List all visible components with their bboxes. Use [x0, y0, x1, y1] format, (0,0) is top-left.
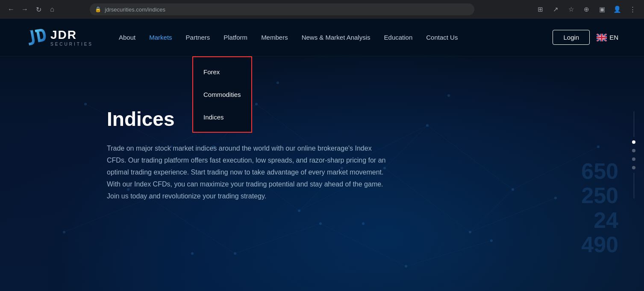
nav-item-members[interactable]: Members [261, 34, 288, 41]
svg-point-26 [512, 188, 514, 191]
browser-chrome: ← → ↻ ⌂ 🔒 jdrsecurities.com/indices ⊞ ↗ … [0, 0, 644, 19]
svg-line-13 [235, 224, 321, 253]
svg-point-32 [469, 231, 471, 233]
bookmark-button[interactable]: ☆ [565, 3, 577, 15]
svg-point-43 [191, 252, 194, 255]
svg-point-33 [554, 197, 557, 199]
svg-line-9 [385, 168, 470, 232]
dropdown-item-forex[interactable]: Forex [193, 61, 251, 83]
tab-button[interactable]: ▣ [596, 3, 608, 15]
nav-item-markets[interactable]: Markets [149, 34, 172, 41]
svg-point-34 [63, 231, 65, 233]
scroll-line-bottom [634, 173, 634, 198]
hero-body: Trade on major stock market indices arou… [107, 143, 389, 202]
svg-line-15 [406, 241, 491, 266]
site-header: JDR SECURITIES About Markets Partners Pl… [0, 19, 644, 56]
lang-selector[interactable]: EN [597, 34, 618, 41]
svg-line-14 [321, 224, 406, 266]
svg-point-25 [426, 124, 429, 127]
logo-jdr: JDR [50, 28, 93, 42]
nav-item-about[interactable]: About [119, 34, 135, 41]
back-button[interactable]: ← [5, 3, 17, 15]
svg-point-27 [597, 146, 600, 148]
browser-actions: ⊞ ↗ ☆ ⊕ ▣ 👤 ⋮ [535, 3, 639, 15]
svg-line-10 [470, 198, 556, 232]
share-button[interactable]: ↗ [550, 3, 562, 15]
svg-point-42 [447, 94, 450, 97]
extensions-button[interactable]: ⊕ [581, 3, 593, 15]
scroll-indicators [632, 111, 635, 198]
bg-number-4: 490 [581, 233, 618, 257]
translate-button[interactable]: ⊞ [535, 3, 547, 15]
nav-item-contact[interactable]: Contact Us [426, 34, 458, 41]
logo-icon [26, 27, 47, 48]
logo-link[interactable]: JDR SECURITIES [26, 27, 93, 48]
logo-securities: SECURITIES [50, 42, 93, 47]
bg-number-2: 250 [581, 183, 618, 208]
url-domain: jdrsecurities.com [105, 6, 147, 13]
nav-item-partners[interactable]: Partners [186, 34, 210, 41]
forward-button[interactable]: → [19, 3, 31, 15]
scroll-dot-1[interactable] [632, 140, 635, 144]
svg-line-20 [470, 189, 513, 232]
logo-text: JDR SECURITIES [50, 28, 93, 47]
svg-point-36 [234, 252, 236, 255]
scroll-dot-4[interactable] [632, 166, 635, 169]
scroll-dot-3[interactable] [632, 157, 635, 161]
site-wrapper: JDR SECURITIES About Markets Partners Pl… [0, 19, 644, 291]
uk-flag-icon [597, 34, 607, 41]
main-nav: About Markets Partners Platform Members … [119, 34, 553, 41]
svg-point-39 [490, 239, 493, 242]
url-path: /indices [147, 6, 165, 13]
refresh-button[interactable]: ↻ [32, 3, 44, 15]
svg-point-38 [405, 265, 407, 268]
bg-number-3: 24 [581, 208, 618, 233]
lock-icon: 🔒 [95, 6, 101, 12]
home-button[interactable]: ⌂ [46, 3, 58, 15]
browser-nav-buttons: ← → ↻ ⌂ [5, 3, 58, 15]
markets-dropdown: Forex Commodities Indices [192, 56, 252, 133]
menu-button[interactable]: ⋮ [627, 3, 639, 15]
nav-item-platform[interactable]: Platform [223, 34, 247, 41]
login-button[interactable]: Login [553, 30, 590, 45]
profile-button[interactable]: 👤 [612, 3, 623, 15]
address-bar[interactable]: 🔒 jdrsecurities.com/indices [90, 3, 474, 15]
dropdown-item-commodities[interactable]: Commodities [193, 83, 251, 106]
nav-item-news[interactable]: News & Market Analysis [302, 34, 371, 41]
header-right: Login EN [553, 30, 618, 45]
lang-label: EN [609, 34, 618, 41]
url-text: jdrsecurities.com/indices [105, 6, 165, 13]
svg-line-4 [427, 125, 513, 189]
bg-numbers: 650 250 24 490 [581, 159, 618, 257]
bg-number-1: 650 [581, 159, 618, 183]
dropdown-item-indices[interactable]: Indices [193, 106, 251, 128]
scroll-line-top [634, 111, 634, 137]
scroll-dot-2[interactable] [632, 149, 635, 152]
nav-item-education[interactable]: Education [384, 34, 413, 41]
